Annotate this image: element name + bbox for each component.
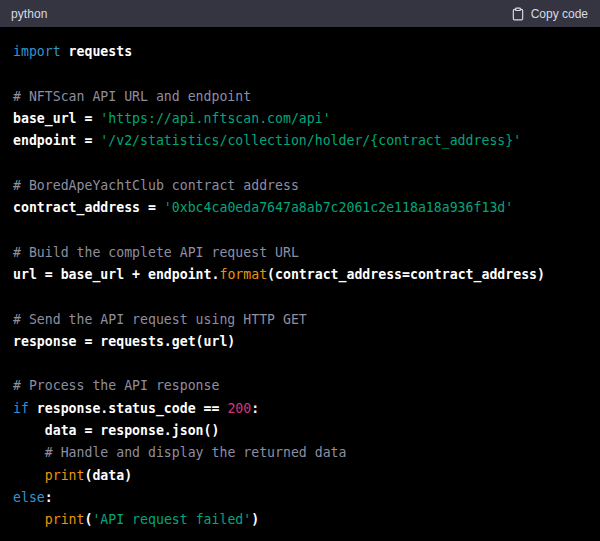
token-plain: : <box>251 401 259 416</box>
code-line: import requests <box>13 41 587 63</box>
token-builtin: print <box>45 468 85 483</box>
token-builtin: print <box>45 512 85 527</box>
code-line <box>13 152 587 174</box>
token-plain <box>13 468 45 483</box>
code-line: base_url = 'https://api.nftscan.com/api' <box>13 108 587 130</box>
token-plain: (contract_address=contract_address) <box>267 267 545 282</box>
code-line: # Process the API response <box>13 375 587 397</box>
token-comment: # Process the API response <box>13 378 219 393</box>
copy-code-label: Copy code <box>531 7 588 21</box>
token-string: 'https://api.nftscan.com/api' <box>100 111 330 126</box>
token-plain: ) <box>251 512 259 527</box>
token-plain: endpoint = <box>13 133 100 148</box>
code-block: python Copy code import requests # NFTSc… <box>0 0 600 541</box>
token-plain: base_url = <box>13 111 100 126</box>
token-plain: contract_address = <box>13 200 164 215</box>
token-number: 200 <box>227 401 251 416</box>
token-plain: response.status_code == <box>29 401 228 416</box>
token-comment: # Build the complete API request URL <box>13 245 299 260</box>
code-line: response = requests.get(url) <box>13 331 587 353</box>
token-plain: data = response.json() <box>13 423 219 438</box>
token-plain <box>13 445 45 460</box>
code-line: data = response.json() <box>13 420 587 442</box>
code-line: print(data) <box>13 465 587 487</box>
code-line: print('API request failed') <box>13 509 587 531</box>
token-plain <box>13 512 45 527</box>
token-comment: # Send the API request using HTTP GET <box>13 312 307 327</box>
code-line: else: <box>13 487 587 509</box>
clipboard-icon <box>511 7 525 21</box>
token-builtin: format <box>219 267 267 282</box>
code-line: # NFTScan API URL and endpoint <box>13 86 587 108</box>
token-keyword: if <box>13 401 29 416</box>
code-line: # BoredApeYachtClub contract address <box>13 175 587 197</box>
token-comment: # NFTScan API URL and endpoint <box>13 89 251 104</box>
code-line: if response.status_code == 200: <box>13 398 587 420</box>
code-line: # Build the complete API request URL <box>13 242 587 264</box>
code-line: # Send the API request using HTTP GET <box>13 309 587 331</box>
code-header: python Copy code <box>0 0 600 27</box>
code-line <box>13 63 587 85</box>
code-line <box>13 219 587 241</box>
code-line <box>13 353 587 375</box>
token-plain: url = base_url + endpoint. <box>13 267 219 282</box>
token-plain: response = requests.get(url) <box>13 334 235 349</box>
token-string: 'API request failed' <box>92 512 251 527</box>
token-comment: # BoredApeYachtClub contract address <box>13 178 299 193</box>
token-plain: requests <box>61 44 132 59</box>
token-comment: # Handle and display the returned data <box>45 445 347 460</box>
language-label: python <box>11 7 48 21</box>
token-keyword: import <box>13 44 61 59</box>
token-string: '0xbc4ca0eda7647a8ab7c2061c2e118a18a936f… <box>164 200 513 215</box>
code-line: endpoint = '/v2/statistics/collection/ho… <box>13 130 587 152</box>
code-line: url = base_url + endpoint.format(contrac… <box>13 264 587 286</box>
copy-code-button[interactable]: Copy code <box>511 7 588 21</box>
token-keyword: else <box>13 490 45 505</box>
token-plain: (data) <box>84 468 132 483</box>
code-line <box>13 286 587 308</box>
code-line: contract_address = '0xbc4ca0eda7647a8ab7… <box>13 197 587 219</box>
token-string: '/v2/statistics/collection/holder/{contr… <box>100 133 521 148</box>
code-line: # Handle and display the returned data <box>13 442 587 464</box>
token-plain: : <box>45 490 53 505</box>
code-area: import requests # NFTScan API URL and en… <box>0 27 600 541</box>
